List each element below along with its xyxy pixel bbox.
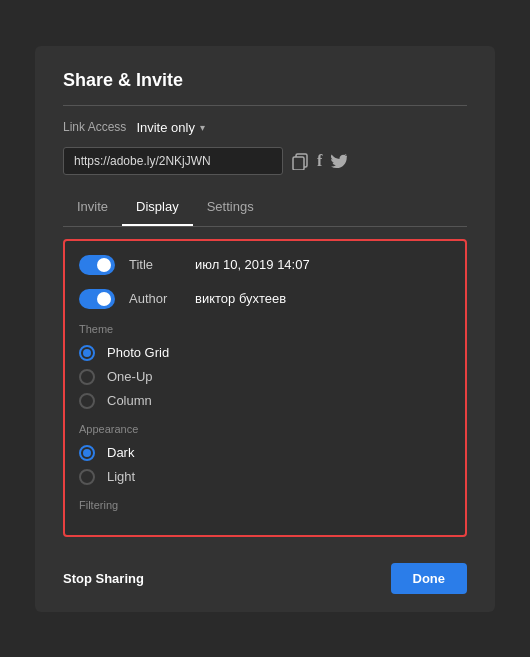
author-toggle-row: Author виктор бухтеев (79, 289, 451, 309)
theme-label-column: Column (107, 393, 152, 408)
svg-rect-1 (293, 157, 304, 170)
chevron-down-icon: ▾ (200, 122, 205, 133)
appearance-radio-group: Dark Light (79, 445, 451, 485)
title-toggle-row: Title июл 10, 2019 14:07 (79, 255, 451, 275)
theme-label: Theme (79, 323, 451, 335)
tab-settings[interactable]: Settings (193, 191, 268, 226)
url-action-icons: f (291, 152, 348, 170)
facebook-icon[interactable]: f (317, 152, 322, 170)
appearance-radio-dark[interactable] (79, 445, 95, 461)
title-toggle[interactable] (79, 255, 115, 275)
theme-option-one-up[interactable]: One-Up (79, 369, 451, 385)
display-panel: Title июл 10, 2019 14:07 Author виктор б… (63, 239, 467, 537)
author-toggle-label: Author (129, 291, 179, 306)
link-access-dropdown[interactable]: Invite only ▾ (136, 120, 205, 135)
title-value: июл 10, 2019 14:07 (195, 257, 310, 272)
tabs: Invite Display Settings (63, 191, 467, 227)
author-toggle[interactable] (79, 289, 115, 309)
twitter-icon[interactable] (330, 152, 348, 170)
url-row: f (63, 147, 467, 175)
dialog-title: Share & Invite (63, 70, 467, 91)
link-access-row: Link Access Invite only ▾ (63, 120, 467, 135)
tab-display[interactable]: Display (122, 191, 193, 226)
appearance-label-dark: Dark (107, 445, 134, 460)
link-access-label: Link Access (63, 120, 126, 134)
theme-label-one-up: One-Up (107, 369, 153, 384)
theme-radio-one-up[interactable] (79, 369, 95, 385)
copy-icon[interactable] (291, 152, 309, 170)
divider (63, 105, 467, 106)
theme-label-photo-grid: Photo Grid (107, 345, 169, 360)
filtering-label: Filtering (79, 499, 451, 511)
theme-option-photo-grid[interactable]: Photo Grid (79, 345, 451, 361)
share-invite-dialog: Share & Invite Link Access Invite only ▾… (35, 46, 495, 612)
appearance-option-light[interactable]: Light (79, 469, 451, 485)
done-button[interactable]: Done (391, 563, 468, 594)
link-access-value-text: Invite only (136, 120, 195, 135)
appearance-option-dark[interactable]: Dark (79, 445, 451, 461)
appearance-label: Appearance (79, 423, 451, 435)
stop-sharing-button[interactable]: Stop Sharing (63, 571, 144, 586)
author-value: виктор бухтеев (195, 291, 286, 306)
theme-radio-photo-grid[interactable] (79, 345, 95, 361)
theme-option-column[interactable]: Column (79, 393, 451, 409)
theme-radio-column[interactable] (79, 393, 95, 409)
theme-radio-group: Photo Grid One-Up Column (79, 345, 451, 409)
appearance-label-light: Light (107, 469, 135, 484)
appearance-radio-light[interactable] (79, 469, 95, 485)
url-input[interactable] (63, 147, 283, 175)
title-toggle-label: Title (129, 257, 179, 272)
footer: Stop Sharing Done (63, 547, 467, 612)
tab-invite[interactable]: Invite (63, 191, 122, 226)
